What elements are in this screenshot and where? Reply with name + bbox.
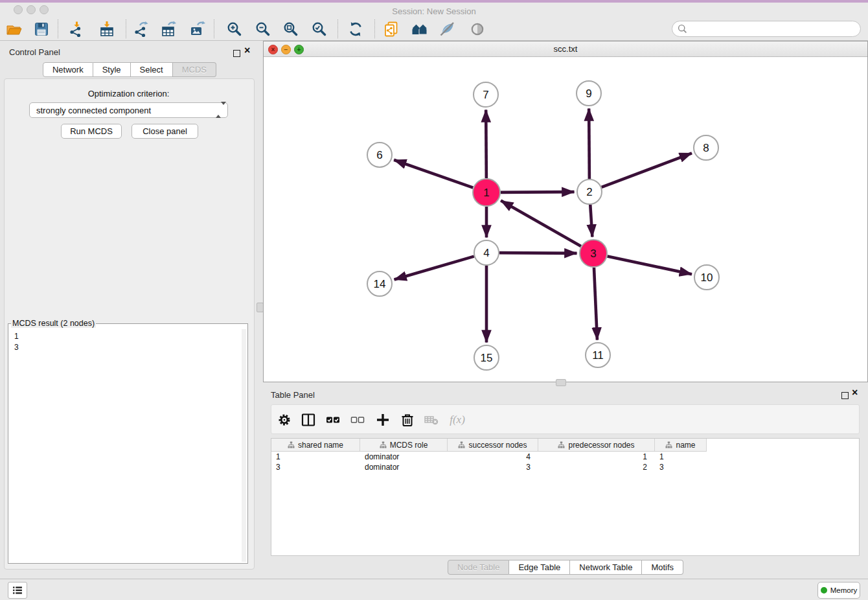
criterion-value: strongly connected component (36, 106, 151, 115)
tab-motifs[interactable]: Motifs (642, 560, 683, 575)
search-input[interactable] (672, 21, 861, 37)
zoom-out-button[interactable] (253, 20, 273, 38)
tab-node-table[interactable]: Node Table (448, 560, 510, 575)
network-window-title: scc.txt (264, 44, 867, 54)
table-row[interactable]: 3dominator323 (271, 462, 859, 472)
zoom-selected-button[interactable] (310, 20, 329, 38)
task-history-button[interactable] (8, 582, 27, 599)
open-button[interactable] (5, 20, 24, 38)
add-row-button[interactable] (373, 411, 393, 429)
network-edge-1-6[interactable] (394, 160, 473, 188)
node-label-6: 6 (376, 149, 382, 161)
table-row[interactable]: 1dominator411 (271, 452, 859, 462)
save-button[interactable] (32, 20, 51, 38)
node-table: shared nameMCDS rolesuccessor nodesprede… (271, 438, 860, 556)
export-table-button[interactable] (159, 20, 179, 38)
home-button[interactable] (410, 20, 429, 38)
table-panel-float-button[interactable] (841, 390, 849, 402)
table-cell: 3 (655, 463, 707, 472)
select-stepper-icon (216, 105, 223, 115)
table-header: shared nameMCDS rolesuccessor nodesprede… (271, 439, 707, 452)
save-icon (33, 21, 50, 38)
column-header-3[interactable]: predecessor nodes (538, 439, 655, 451)
table-cell: 2 (538, 463, 655, 472)
table-panel-close-button[interactable]: × (852, 389, 858, 396)
node-label-10: 10 (701, 271, 713, 284)
network-graph[interactable]: 7968124314101511 (264, 57, 867, 381)
tab-mcds[interactable]: MCDS (173, 62, 216, 77)
memory-button[interactable]: Memory (817, 582, 860, 599)
tab-style[interactable]: Style (93, 62, 131, 77)
node-label-11: 11 (592, 349, 604, 362)
network-edge-4-14[interactable] (394, 257, 474, 280)
toolbar-separator (374, 19, 375, 38)
run-mcds-button[interactable]: Run MCDS (61, 124, 122, 139)
mcds-result-scrollbar[interactable] (242, 329, 246, 562)
column-header-0[interactable]: shared name (271, 439, 360, 451)
memory-status-icon (821, 587, 827, 594)
control-panel-close-button[interactable]: × (244, 47, 250, 54)
graphics-details-icon (439, 21, 456, 38)
table-cell: 4 (448, 452, 538, 461)
eye-button[interactable] (468, 20, 487, 38)
criterion-select[interactable]: strongly connected component (29, 102, 228, 118)
zoom-fit-button[interactable] (281, 20, 301, 38)
delete-table-button[interactable] (422, 411, 441, 429)
network-edge-1-7[interactable] (486, 110, 486, 178)
network-edge-4-3[interactable] (499, 253, 577, 253)
mcds-result-text[interactable]: 13 (10, 329, 242, 562)
export-network-icon (133, 21, 150, 38)
main-toolbar (0, 17, 868, 41)
table-panel-title: Table Panel (271, 389, 315, 400)
network-edge-3-10[interactable] (608, 257, 692, 275)
float-icon (841, 392, 849, 399)
list-icon (12, 584, 23, 596)
fx-icon: f(x) (450, 413, 465, 426)
close-panel-button[interactable]: Close panel (131, 124, 198, 139)
graphics-details-button[interactable] (438, 20, 457, 38)
network-edge-2-3[interactable] (590, 205, 592, 237)
function-builder-button[interactable]: f(x) (448, 411, 467, 429)
network-edge-2-9[interactable] (589, 108, 589, 179)
tab-network-table[interactable]: Network Table (570, 560, 642, 575)
clone-network-button[interactable] (382, 20, 401, 38)
mcds-result-group: MCDS result (2 nodes) 13 (8, 319, 248, 564)
delete-row-button[interactable] (398, 411, 417, 429)
table-cell: dominator (360, 463, 448, 472)
control-panel-tabs: Network Style Select MCDS (0, 62, 259, 77)
apply-layout-button[interactable] (346, 20, 365, 38)
zoom-fit-icon (282, 21, 299, 38)
column-header-4[interactable]: name (655, 439, 707, 451)
export-image-button[interactable] (188, 20, 207, 38)
select-all-button[interactable] (323, 411, 343, 429)
column-header-2[interactable]: successor nodes (448, 439, 538, 451)
window-titlebar: Session: New Session (0, 3, 868, 17)
table-cell: 1 (271, 452, 360, 461)
horizontal-splitter-handle[interactable] (556, 379, 566, 386)
zoom-selected-icon (311, 21, 328, 38)
import-table-button[interactable] (97, 20, 117, 38)
network-edge-3-1[interactable] (501, 201, 581, 246)
network-edge-1-2[interactable] (501, 192, 575, 192)
tab-edge-table[interactable]: Edge Table (509, 560, 570, 575)
toolbar-separator (214, 19, 214, 38)
control-panel-float-button[interactable] (233, 48, 240, 60)
node-label-3: 3 (590, 248, 596, 260)
column-header-1[interactable]: MCDS role (360, 439, 448, 451)
export-table-icon (161, 21, 177, 38)
table-cell: 3 (271, 463, 360, 472)
import-network-icon (68, 21, 85, 38)
zoom-in-button[interactable] (225, 20, 244, 38)
tab-network[interactable]: Network (43, 62, 93, 77)
export-network-button[interactable] (131, 20, 151, 38)
import-network-button[interactable] (67, 20, 86, 38)
tab-select[interactable]: Select (131, 62, 173, 77)
status-bar: Memory (0, 579, 868, 600)
home-icon (411, 21, 428, 38)
network-edge-2-8[interactable] (602, 153, 692, 187)
network-window-titlebar[interactable]: × − + scc.txt (264, 41, 867, 57)
table-settings-button[interactable] (275, 411, 294, 429)
show-columns-button[interactable] (299, 411, 318, 429)
network-edge-3-11[interactable] (594, 268, 597, 340)
deselect-all-button[interactable] (348, 411, 367, 429)
